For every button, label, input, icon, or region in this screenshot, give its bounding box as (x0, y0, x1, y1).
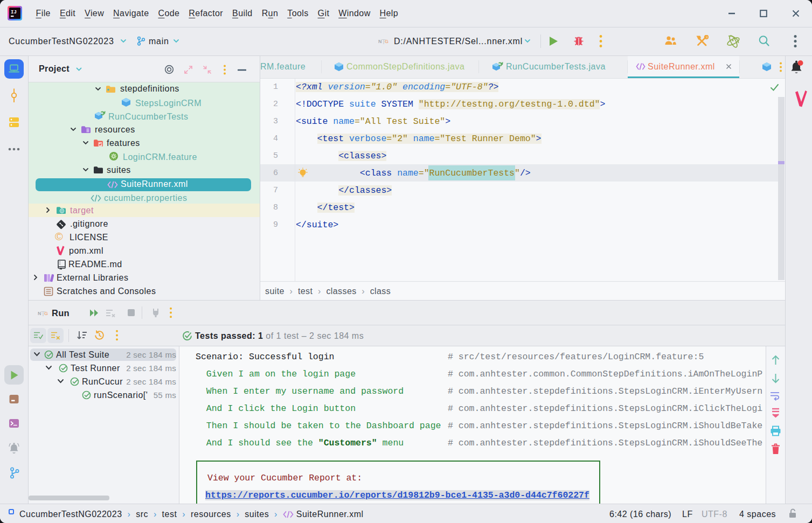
svg-text:G: G (44, 311, 48, 316)
svg-text:G: G (385, 39, 388, 44)
svg-text:IJ: IJ (11, 10, 17, 15)
